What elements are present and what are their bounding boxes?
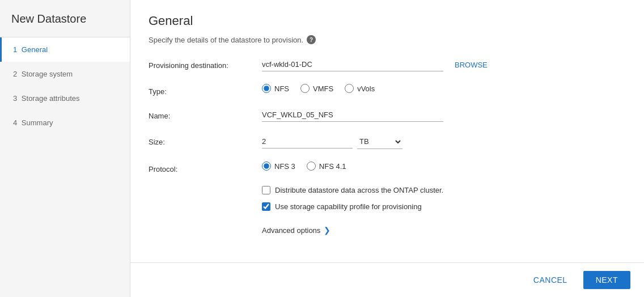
step-num-storage-attributes: 3 bbox=[13, 94, 17, 103]
size-input[interactable] bbox=[262, 135, 353, 148]
size-row: Size: TB GB bbox=[149, 134, 626, 149]
protocol-radio-group: NFS 3 NFS 4.1 bbox=[262, 162, 346, 171]
protocol-nfs3-radio[interactable] bbox=[262, 162, 271, 171]
checkboxes-field: Distribute datastore data across the ONT… bbox=[262, 186, 626, 211]
name-input[interactable] bbox=[262, 108, 443, 122]
protocol-nfs41-label: NFS 4.1 bbox=[319, 162, 346, 171]
size-field: TB GB bbox=[262, 134, 626, 149]
type-vvols-label: vVols bbox=[357, 84, 375, 93]
cancel-button[interactable]: CANCEL bbox=[524, 271, 577, 289]
page-title: General bbox=[149, 14, 626, 28]
browse-button[interactable]: BROWSE bbox=[455, 61, 488, 69]
type-radio-group: NFS VMFS vVols bbox=[262, 84, 375, 93]
distribute-checkbox[interactable] bbox=[262, 186, 270, 194]
type-vvols-radio[interactable] bbox=[345, 84, 354, 93]
subtitle: Specify the details of the datastore to … bbox=[149, 35, 626, 44]
type-vmfs-option[interactable]: VMFS bbox=[300, 84, 333, 93]
next-button[interactable]: NEXT bbox=[583, 271, 630, 289]
step-num-summary: 4 bbox=[13, 118, 17, 127]
type-vmfs-radio[interactable] bbox=[300, 84, 310, 93]
protocol-row: Protocol: NFS 3 NFS 4.1 bbox=[149, 162, 626, 173]
sidebar-item-general[interactable]: 1 General bbox=[0, 37, 130, 62]
sidebar-item-label-general: General bbox=[22, 45, 48, 54]
sidebar-item-storage-system[interactable]: 2 Storage system bbox=[0, 62, 130, 86]
provisioning-destination-field: BROWSE bbox=[262, 58, 626, 71]
type-nfs-radio[interactable] bbox=[262, 84, 271, 93]
type-row: Type: NFS VMFS vVols bbox=[149, 84, 626, 96]
advanced-options-toggle[interactable]: Advanced options ❯ bbox=[262, 226, 331, 235]
chevron-right-icon: ❯ bbox=[324, 226, 331, 235]
provisioning-destination-input[interactable] bbox=[262, 58, 443, 71]
sidebar-title: New Datastore bbox=[0, 0, 130, 37]
checkboxes-label-spacer bbox=[149, 186, 262, 189]
protocol-nfs3-option[interactable]: NFS 3 bbox=[262, 162, 295, 171]
advanced-options-row: Advanced options ❯ bbox=[149, 223, 626, 235]
type-nfs-label: NFS bbox=[274, 84, 289, 93]
step-num-general: 1 bbox=[13, 45, 17, 54]
checkboxes-group: Distribute datastore data across the ONT… bbox=[262, 186, 443, 211]
type-vmfs-label: VMFS bbox=[313, 84, 333, 93]
provisioning-destination-row: Provisioning destination: BROWSE bbox=[149, 58, 626, 71]
protocol-nfs41-option[interactable]: NFS 4.1 bbox=[307, 162, 346, 171]
checkboxes-row: Distribute datastore data across the ONT… bbox=[149, 186, 626, 211]
size-label: Size: bbox=[149, 134, 262, 146]
sidebar: New Datastore 1 General 2 Storage system… bbox=[0, 0, 130, 297]
footer: CANCEL NEXT bbox=[130, 262, 644, 297]
sidebar-item-label-summary: Summary bbox=[22, 118, 53, 127]
step-num-storage-system: 2 bbox=[13, 70, 17, 78]
help-icon[interactable]: ? bbox=[307, 35, 316, 44]
name-row: Name: bbox=[149, 108, 626, 122]
sidebar-item-summary[interactable]: 4 Summary bbox=[0, 111, 130, 135]
main-panel: General Specify the details of the datas… bbox=[130, 0, 644, 297]
distribute-checkbox-text: Distribute datastore data across the ONT… bbox=[275, 186, 443, 194]
name-label: Name: bbox=[149, 108, 262, 120]
storage-capability-checkbox[interactable] bbox=[262, 202, 270, 211]
type-vvols-option[interactable]: vVols bbox=[345, 84, 375, 93]
type-nfs-option[interactable]: NFS bbox=[262, 84, 289, 93]
advanced-options-field: Advanced options ❯ bbox=[262, 223, 626, 235]
protocol-nfs3-label: NFS 3 bbox=[274, 162, 295, 171]
sidebar-nav: 1 General 2 Storage system 3 Storage att… bbox=[0, 37, 130, 135]
name-field bbox=[262, 108, 626, 122]
protocol-field: NFS 3 NFS 4.1 bbox=[262, 162, 626, 171]
sidebar-item-label-storage-attributes: Storage attributes bbox=[22, 94, 80, 103]
advanced-options-text: Advanced options bbox=[262, 226, 320, 235]
main-content: General Specify the details of the datas… bbox=[130, 0, 644, 262]
size-unit-select[interactable]: TB GB bbox=[357, 134, 402, 149]
advanced-options-label-spacer bbox=[149, 223, 262, 227]
protocol-nfs41-radio[interactable] bbox=[307, 162, 316, 171]
distribute-checkbox-label[interactable]: Distribute datastore data across the ONT… bbox=[262, 186, 443, 194]
provisioning-destination-label: Provisioning destination: bbox=[149, 58, 262, 70]
subtitle-text: Specify the details of the datastore to … bbox=[149, 36, 303, 44]
type-label: Type: bbox=[149, 84, 262, 96]
storage-capability-checkbox-label[interactable]: Use storage capability profile for provi… bbox=[262, 202, 443, 211]
type-field: NFS VMFS vVols bbox=[262, 84, 626, 93]
protocol-label: Protocol: bbox=[149, 162, 262, 173]
storage-capability-checkbox-text: Use storage capability profile for provi… bbox=[275, 202, 422, 211]
sidebar-item-storage-attributes[interactable]: 3 Storage attributes bbox=[0, 86, 130, 111]
sidebar-item-label-storage-system: Storage system bbox=[22, 70, 73, 78]
